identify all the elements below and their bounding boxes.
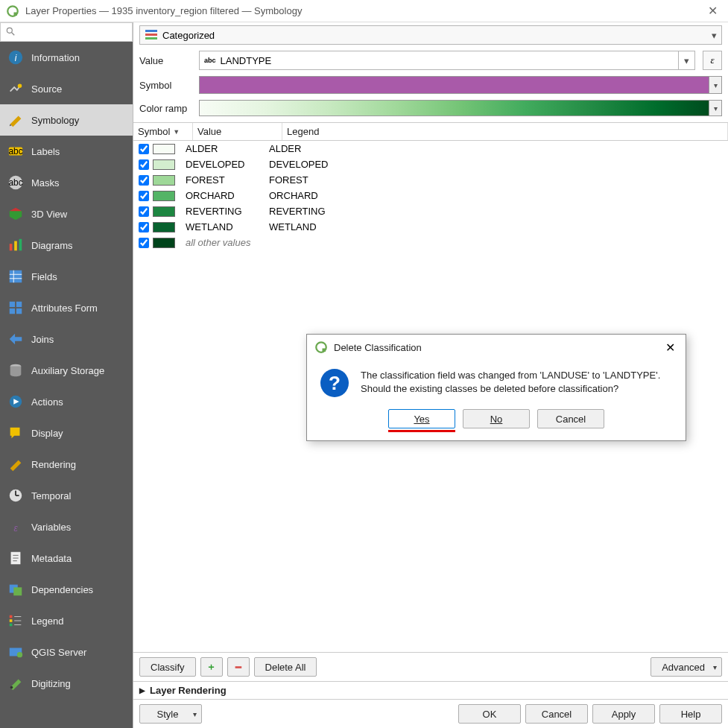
dialog-cancel-button[interactable]: Cancel xyxy=(537,409,604,428)
dialog-yes-button[interactable]: Yes xyxy=(388,409,455,428)
chevron-down-icon[interactable]: ▾ xyxy=(678,51,694,69)
sidebar-item-qgis-server[interactable]: QGIS Server xyxy=(0,636,133,668)
sidebar-item-temporal[interactable]: Temporal xyxy=(0,480,133,511)
col-value[interactable]: Value xyxy=(193,123,282,140)
sidebar-item-diagrams[interactable]: Diagrams xyxy=(0,230,133,261)
sidebar-item-display[interactable]: Display xyxy=(0,417,133,449)
sidebar-item-variables[interactable]: εVariables xyxy=(0,511,133,542)
chevron-down-icon[interactable]: ▾ xyxy=(709,100,722,116)
svg-point-6 xyxy=(18,84,22,89)
nav-icon xyxy=(7,237,24,253)
sidebar-item-metadata[interactable]: Metadata xyxy=(0,542,133,574)
remove-category-button[interactable]: ━ xyxy=(227,657,250,677)
sidebar-item-label: Auxiliary Storage xyxy=(31,365,104,376)
category-swatch[interactable] xyxy=(153,191,175,201)
svg-text:abc: abc xyxy=(8,146,22,156)
svg-rect-18 xyxy=(10,302,15,307)
sidebar-search[interactable] xyxy=(0,22,133,42)
category-checkbox[interactable] xyxy=(138,238,150,248)
add-category-button[interactable]: ＋ xyxy=(200,657,223,677)
chevron-down-icon[interactable]: ▾ xyxy=(709,76,722,94)
dialog-no-button[interactable]: No xyxy=(463,409,530,428)
sidebar-item-legend[interactable]: Legend xyxy=(0,605,133,636)
nav-icon xyxy=(7,644,24,660)
window-close-button[interactable]: ✕ xyxy=(703,4,722,18)
svg-point-42 xyxy=(10,686,13,689)
dialog-title: Delete Classification xyxy=(334,342,662,353)
category-swatch[interactable] xyxy=(153,238,175,248)
sidebar-item-labels[interactable]: abcLabels xyxy=(0,136,133,167)
annotation-underline xyxy=(388,430,455,432)
sidebar-item-information[interactable]: iInformation xyxy=(0,42,133,73)
category-checkbox[interactable] xyxy=(138,206,150,217)
category-row[interactable]: WETLANDWETLAND xyxy=(133,219,728,235)
category-swatch[interactable] xyxy=(153,144,175,154)
nav-icon: abc xyxy=(7,174,24,191)
question-icon: ? xyxy=(320,369,349,397)
category-swatch[interactable] xyxy=(153,206,175,217)
sidebar-item-3d-view[interactable]: 3D View xyxy=(0,198,133,230)
dialog-close-button[interactable]: ✕ xyxy=(662,341,678,355)
category-row[interactable]: ORCHARDORCHARD xyxy=(133,188,728,203)
category-checkbox[interactable] xyxy=(138,222,150,232)
sidebar-search-input[interactable] xyxy=(19,27,127,38)
sidebar-item-masks[interactable]: abcMasks xyxy=(0,167,133,198)
dialog-button-bar: Style OK Cancel Apply Help xyxy=(133,699,728,728)
category-checkbox[interactable] xyxy=(138,159,150,170)
value-field-combo[interactable]: abc LANDTYPE ▾ xyxy=(199,51,695,70)
sidebar-item-joins[interactable]: Joins xyxy=(0,323,133,355)
sidebar-item-label: Actions xyxy=(31,396,63,408)
sidebar-item-label: Joins xyxy=(31,334,54,345)
sidebar-item-digitizing[interactable]: Digitizing xyxy=(0,668,133,699)
sidebar-item-label: Metadata xyxy=(31,553,72,564)
sidebar-item-dependencies[interactable]: Dependencies xyxy=(0,574,133,605)
category-swatch[interactable] xyxy=(153,175,175,186)
layer-rendering-section[interactable]: ▶ Layer Rendering xyxy=(133,681,728,699)
renderer-select[interactable]: Categorized ▾ xyxy=(139,25,722,45)
category-row[interactable]: ALDERALDER xyxy=(133,141,728,156)
renderer-label: Categorized xyxy=(162,30,215,41)
category-checkbox[interactable] xyxy=(138,144,150,154)
category-row[interactable]: all other values xyxy=(133,235,728,250)
nav-icon xyxy=(7,206,24,222)
sidebar-item-fields[interactable]: Fields xyxy=(0,261,133,292)
category-row[interactable]: FORESTFOREST xyxy=(133,172,728,188)
cancel-button[interactable]: Cancel xyxy=(525,704,588,724)
expand-right-icon: ▶ xyxy=(139,686,145,694)
category-checkbox[interactable] xyxy=(138,175,150,186)
nav-icon xyxy=(7,112,24,128)
col-symbol[interactable]: Symbol ▼ xyxy=(133,123,193,140)
col-legend[interactable]: Legend xyxy=(282,123,728,140)
category-value: FOREST xyxy=(180,174,269,186)
value-label: Value xyxy=(139,55,192,66)
nav-icon xyxy=(7,331,24,347)
sidebar-item-label: Labels xyxy=(31,146,60,157)
sidebar-item-auxiliary-storage[interactable]: Auxiliary Storage xyxy=(0,355,133,386)
help-button[interactable]: Help xyxy=(659,704,722,724)
classify-button[interactable]: Classify xyxy=(139,657,196,677)
qgis-logo-icon xyxy=(6,4,19,18)
apply-button[interactable]: Apply xyxy=(592,704,655,724)
category-swatch[interactable] xyxy=(153,222,175,232)
nav-icon xyxy=(7,456,24,472)
delete-all-button[interactable]: Delete All xyxy=(254,657,317,677)
sidebar-item-source[interactable]: Source xyxy=(0,73,133,104)
category-swatch[interactable] xyxy=(153,159,175,170)
symbol-swatch[interactable]: ▾ xyxy=(199,76,722,94)
category-row[interactable]: DEVELOPEDDEVELOPED xyxy=(133,156,728,172)
svg-rect-43 xyxy=(145,30,157,32)
nav-icon xyxy=(7,487,24,504)
ok-button[interactable]: OK xyxy=(458,704,521,724)
sidebar-item-symbology[interactable]: Symbology xyxy=(0,104,133,136)
style-button[interactable]: Style xyxy=(139,704,202,724)
sidebar-item-actions[interactable]: Actions xyxy=(0,386,133,417)
sidebar-item-rendering[interactable]: Rendering xyxy=(0,449,133,480)
expression-button[interactable]: ε xyxy=(703,51,722,70)
sidebar-item-attributes-form[interactable]: Attributes Form xyxy=(0,292,133,323)
category-row[interactable]: REVERTINGREVERTING xyxy=(133,203,728,219)
advanced-button[interactable]: Advanced xyxy=(651,657,722,677)
color-ramp[interactable]: ▾ xyxy=(199,100,722,116)
search-icon xyxy=(5,26,16,39)
nav-icon xyxy=(7,425,24,441)
category-checkbox[interactable] xyxy=(138,191,150,201)
